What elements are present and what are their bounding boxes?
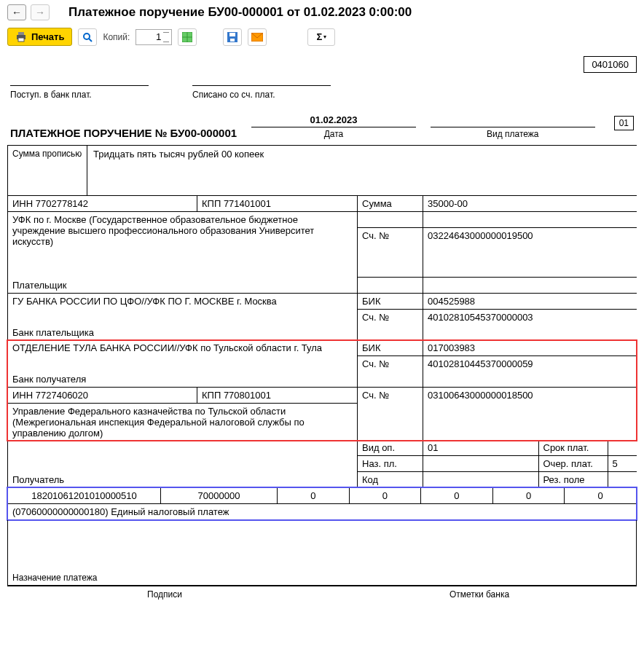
code-4: 0 [349, 488, 421, 504]
sum-button[interactable]: Σ ▾ [307, 28, 335, 46]
window-title: Платежное поручение БУ00-000001 от 01.02… [68, 5, 412, 20]
svg-point-3 [84, 34, 90, 39]
payer-bank-acc: 40102810545370000003 [423, 309, 637, 325]
grid-icon [182, 32, 192, 42]
sum-words-value: Тридцать пять тысяч рублей 00 копеек [87, 145, 637, 196]
copies-label: Копий: [103, 32, 130, 42]
payer-label: Плательщик [8, 278, 358, 294]
code-3: 0 [278, 488, 350, 504]
forward-button[interactable]: → [31, 4, 50, 20]
mail-button[interactable] [248, 28, 267, 46]
payer-acc-label: Сч. № [358, 227, 423, 277]
doc-date: 01.02.2023 [251, 114, 416, 127]
payment-type-label: Вид платежа [431, 127, 595, 139]
svg-rect-1 [18, 32, 24, 35]
envelope-icon [251, 33, 263, 42]
vid-op: 01 [423, 440, 539, 456]
purpose-label: Назначение платежа [12, 573, 98, 583]
payee-kpp: 770801001 [224, 390, 271, 401]
magnifier-icon [82, 32, 93, 42]
payer-inn: 7702778142 [36, 198, 88, 209]
footer-sign: Подписи [7, 589, 322, 600]
print-label: Печать [31, 31, 64, 42]
svg-line-4 [89, 39, 92, 42]
hdr-debited: Списано со сч. плат. [192, 88, 331, 100]
dropdown-icon: ▾ [323, 34, 326, 40]
template-button[interactable] [178, 28, 197, 46]
code-oktmo: 70000000 [161, 488, 278, 504]
codes-row: 18201061201010000510 70000000 0 0 0 0 0 [7, 487, 637, 504]
payee-acc-label: Сч. № [358, 387, 423, 441]
preview-button[interactable] [78, 28, 97, 46]
code-6: 0 [492, 488, 565, 504]
svg-rect-2 [18, 38, 24, 42]
payee-bank-label: Банк получателя [8, 372, 358, 388]
form-code: 0401060 [584, 56, 637, 73]
payee-table: ОТДЕЛЕНИЕ ТУЛА БАНКА РОССИИ//УФК по Туль… [7, 340, 637, 441]
payer-bank-name: ГУ БАНКА РОССИИ ПО ЦФО//УФК ПО Г. МОСКВЕ… [12, 296, 277, 307]
floppy-icon [227, 32, 237, 42]
payer-name: УФК по г. Москве (Государственное образо… [12, 214, 314, 247]
printer-icon [15, 32, 27, 42]
back-button[interactable]: ← [7, 4, 26, 20]
svg-rect-10 [230, 39, 235, 42]
payer-bank-label: Банк плательщика [8, 325, 358, 341]
ops-table: Получатель Вид оп. 01 Срок плат. Наз. пл… [7, 440, 637, 488]
payee-name: Управление Федерального казначейства по … [12, 406, 305, 439]
payment-table: ИНН 7702778142 КПП 771401001 Сумма 35000… [7, 196, 637, 341]
footer-bank: Отметки банка [322, 589, 637, 600]
payee-bank-name: ОТДЕЛЕНИЕ ТУЛА БАНКА РОССИИ//УФК по Туль… [12, 342, 322, 353]
hdr-in-bank: Поступ. в банк плат. [10, 88, 149, 100]
payee-label: Получатель [8, 440, 358, 488]
payee-bik: 017003983 [423, 340, 637, 356]
code-kbk: 18201061201010000510 [8, 488, 161, 504]
payer-kpp: 771401001 [224, 198, 271, 209]
sum-value: 35000-00 [423, 196, 637, 212]
doc-title: ПЛАТЕЖНОЕ ПОРУЧЕНИЕ № БУ00-000001 [10, 127, 237, 139]
ocher: 5 [608, 456, 637, 472]
date-label: Дата [251, 127, 416, 139]
purpose-block: Назначение платежа [7, 520, 637, 586]
code-5: 0 [421, 488, 493, 504]
payee-bik-label: БИК [358, 340, 423, 356]
payment-type-value [431, 115, 595, 127]
sum-words-label: Сумма прописью [7, 145, 87, 196]
payee-bank-acc: 40102810445370000059 [423, 355, 637, 372]
purpose-short: (07060000000000180) Единый налоговый пла… [7, 504, 637, 520]
svg-rect-9 [229, 33, 235, 36]
copies-input[interactable] [136, 29, 172, 45]
code-7: 0 [565, 488, 637, 504]
save-button[interactable] [223, 28, 242, 46]
payer-acc: 03224643000000019500 [423, 227, 637, 277]
payee-acc: 03100643000000018500 [423, 387, 637, 441]
payer-bik-label: БИК [358, 293, 423, 309]
sigma-icon: Σ [316, 31, 322, 42]
print-button[interactable]: Печать [7, 28, 72, 46]
payee-bank-acc-label: Сч. № [358, 355, 423, 372]
status-01: 01 [614, 116, 634, 130]
sum-label: Сумма [358, 196, 423, 212]
payee-inn: 7727406020 [36, 390, 88, 401]
payer-bik: 004525988 [423, 293, 637, 309]
